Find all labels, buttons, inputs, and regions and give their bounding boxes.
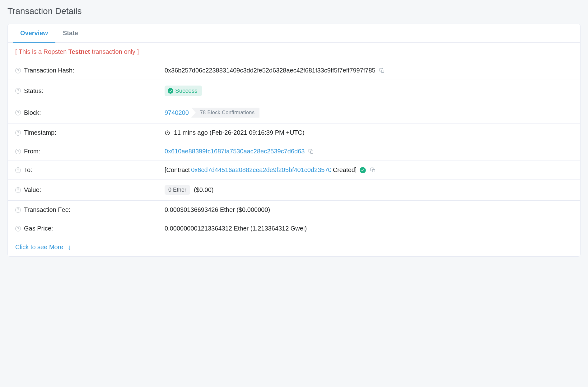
value-fee: 0.00030136693426 Ether ($0.000000) <box>165 206 270 213</box>
label-timestamp: Timestamp: <box>24 129 56 136</box>
page-title: Transaction Details <box>7 6 581 16</box>
details-card: Overview State [ This is a Ropsten Testn… <box>7 24 581 257</box>
testnet-notice-pre: [ This is a Ropsten <box>15 48 68 55</box>
label-hash: Transaction Hash: <box>24 67 74 74</box>
value-gas: 0.000000001213364312 Ether (1.213364312 … <box>165 225 307 232</box>
see-more-label: Click to see More <box>15 244 63 251</box>
clock-icon <box>165 130 170 136</box>
to-suffix: Created] <box>333 166 357 174</box>
label-block: Block: <box>24 109 41 116</box>
verified-icon <box>360 167 366 173</box>
row-gas: ? Gas Price: 0.000000001213364312 Ether … <box>8 219 580 238</box>
check-circle-icon <box>168 88 173 94</box>
row-status: ? Status: Success <box>8 80 580 102</box>
testnet-notice-post: transaction only ] <box>90 48 139 55</box>
help-icon[interactable]: ? <box>15 187 21 193</box>
testnet-notice: [ This is a Ropsten Testnet transaction … <box>8 43 580 61</box>
arrow-down-icon: ↓ <box>68 244 71 251</box>
label-value: Value: <box>24 186 41 194</box>
copy-icon[interactable] <box>370 167 376 173</box>
help-icon[interactable]: ? <box>15 88 21 94</box>
value-timestamp: 11 mins ago (Feb-26-2021 09:16:39 PM +UT… <box>174 129 305 136</box>
row-from: ? From: 0x610ae88399fc1687fa7530aac28ec2… <box>8 142 580 161</box>
help-icon[interactable]: ? <box>15 226 21 231</box>
svg-rect-3 <box>372 169 375 172</box>
block-link[interactable]: 9740200 <box>165 109 189 116</box>
row-hash: ? Transaction Hash: 0x36b257d06c22388314… <box>8 61 580 80</box>
value-ether-pill: 0 Ether <box>165 185 190 195</box>
label-from: From: <box>24 148 40 155</box>
label-gas: Gas Price: <box>24 225 53 232</box>
value-usd: ($0.00) <box>194 186 213 194</box>
row-block: ? Block: 9740200 78 Block Confirmations <box>8 102 580 124</box>
to-prefix: [Contract <box>165 166 190 174</box>
from-address-link[interactable]: 0x610ae88399fc1687fa7530aac28ec2539c7d6d… <box>165 148 305 155</box>
row-timestamp: ? Timestamp: 11 mins ago (Feb-26-2021 09… <box>8 124 580 142</box>
status-badge: Success <box>165 86 202 96</box>
tab-state[interactable]: State <box>55 24 86 43</box>
copy-icon[interactable] <box>379 68 385 73</box>
row-value: ? Value: 0 Ether ($0.00) <box>8 180 580 201</box>
to-address-link[interactable]: 0x6cd7d44516a20882cea2de9f205bf401c0d235… <box>191 166 332 174</box>
help-icon[interactable]: ? <box>15 110 21 115</box>
svg-rect-2 <box>310 151 313 153</box>
svg-rect-0 <box>381 70 384 72</box>
help-icon[interactable]: ? <box>15 149 21 154</box>
tabs: Overview State <box>8 24 580 43</box>
help-icon[interactable]: ? <box>15 207 21 213</box>
help-icon[interactable]: ? <box>15 167 21 173</box>
row-to: ? To: [Contract 0x6cd7d44516a20882cea2de… <box>8 161 580 180</box>
label-status: Status: <box>24 87 43 95</box>
status-text: Success <box>175 87 198 94</box>
help-icon[interactable]: ? <box>15 68 21 73</box>
tab-overview[interactable]: Overview <box>13 24 55 43</box>
value-hash: 0x36b257d06c2238831409c3dd2fe52d6328aec4… <box>165 67 376 74</box>
block-confirmations: 78 Block Confirmations <box>191 108 260 118</box>
help-icon[interactable]: ? <box>15 130 21 136</box>
row-fee: ? Transaction Fee: 0.00030136693426 Ethe… <box>8 201 580 219</box>
label-to: To: <box>24 166 32 174</box>
see-more-button[interactable]: Click to see More ↓ <box>8 238 580 256</box>
testnet-notice-bold: Testnet <box>68 48 90 55</box>
copy-icon[interactable] <box>308 149 314 154</box>
label-fee: Transaction Fee: <box>24 206 70 213</box>
